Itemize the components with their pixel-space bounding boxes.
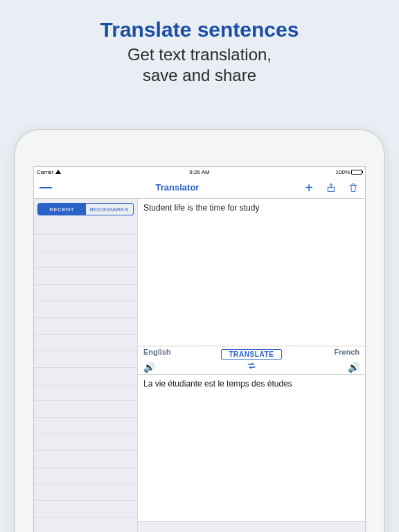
- main-pane: Student life is the time for study Engli…: [138, 199, 365, 532]
- list-item[interactable]: [34, 268, 137, 285]
- promo-title: Translate sentences: [0, 0, 399, 42]
- list-item[interactable]: [34, 434, 137, 451]
- content-area: RECENT BOOKMARKS: [34, 199, 365, 532]
- list-item[interactable]: [34, 235, 137, 251]
- list-item[interactable]: [34, 335, 137, 351]
- list-item[interactable]: [34, 368, 137, 384]
- recent-list[interactable]: [34, 218, 137, 532]
- language-bar: English 🔊 TRANSLATE French 🔊: [138, 346, 365, 375]
- trash-icon[interactable]: [347, 181, 360, 194]
- list-item[interactable]: [34, 384, 137, 401]
- battery-icon: [351, 170, 362, 175]
- target-text-output: La vie étudiante est le temps des études: [138, 375, 365, 522]
- list-item[interactable]: [34, 501, 137, 517]
- list-item[interactable]: [34, 401, 137, 418]
- speak-source-icon[interactable]: 🔊: [143, 362, 186, 372]
- promo-subtitle: Get text translation, save and share: [0, 44, 399, 86]
- share-icon[interactable]: [325, 181, 337, 194]
- list-item[interactable]: [34, 218, 137, 235]
- sidebar: RECENT BOOKMARKS: [34, 199, 138, 532]
- nav-bar: Translator +: [34, 177, 365, 199]
- device-screen: Carrier 9:26 AM 100% Translator +: [33, 166, 366, 532]
- tab-recent[interactable]: RECENT: [38, 204, 86, 215]
- status-bar: Carrier 9:26 AM 100%: [34, 167, 365, 177]
- menu-icon[interactable]: [39, 181, 52, 194]
- target-lang-label[interactable]: French: [334, 348, 360, 356]
- list-item[interactable]: [34, 301, 137, 318]
- list-item[interactable]: [34, 468, 137, 484]
- promo-subtitle-line1: Get text translation,: [127, 45, 272, 64]
- list-item[interactable]: [34, 285, 137, 301]
- list-item[interactable]: [34, 484, 137, 501]
- promo-subtitle-line2: save and share: [143, 66, 256, 85]
- nav-title: Translator: [52, 182, 303, 193]
- list-item[interactable]: [34, 251, 137, 268]
- status-time: 9:26 AM: [34, 169, 365, 175]
- source-text-input[interactable]: Student life is the time for study: [138, 199, 365, 346]
- translate-button[interactable]: TRANSLATE: [221, 349, 281, 360]
- list-item[interactable]: [34, 451, 137, 468]
- target-lang-col: French 🔊: [311, 346, 365, 374]
- add-button[interactable]: +: [303, 181, 315, 194]
- bottom-toolbar: [138, 521, 365, 532]
- tab-bookmarks[interactable]: BOOKMARKS: [86, 204, 134, 215]
- list-item[interactable]: [34, 318, 137, 335]
- swap-languages-icon[interactable]: [246, 361, 257, 371]
- list-item[interactable]: [34, 418, 137, 434]
- source-lang-col: English 🔊: [138, 346, 192, 374]
- list-item[interactable]: [34, 351, 137, 368]
- source-lang-label[interactable]: English: [143, 348, 186, 356]
- sidebar-tabs: RECENT BOOKMARKS: [37, 203, 134, 215]
- device-frame: Carrier 9:26 AM 100% Translator +: [14, 129, 385, 532]
- speak-target-icon[interactable]: 🔊: [348, 362, 360, 372]
